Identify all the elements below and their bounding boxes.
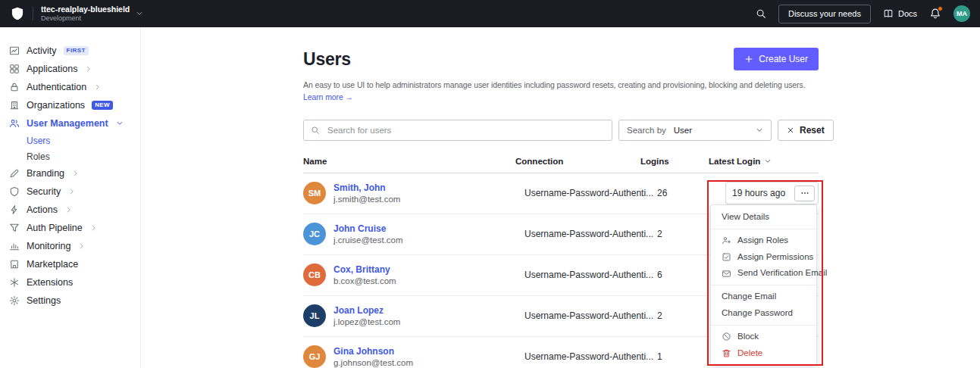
- column-header-latest-login[interactable]: Latest Login: [709, 157, 819, 166]
- sidebar-item-actions[interactable]: Actions: [0, 201, 140, 219]
- page-header: Users Create User: [303, 48, 819, 70]
- menu-item-view-details[interactable]: View Details: [711, 209, 816, 226]
- user-name-link[interactable]: Cox, Brittany: [333, 264, 396, 275]
- sidebar-item-organizations[interactable]: Organizations NEW: [0, 96, 140, 114]
- sidebar-item-activity[interactable]: Activity FIRST: [0, 42, 140, 60]
- menu-item-send-verification-email[interactable]: Send Verification Email: [711, 265, 816, 282]
- chevron-down-icon: [116, 120, 124, 127]
- menu-item-change-password[interactable]: Change Password: [711, 305, 816, 322]
- user-email: b.cox@test.com: [333, 276, 396, 285]
- shield-icon: [9, 186, 20, 197]
- row-context-menu: View Details Assign Roles Assign Permiss…: [710, 204, 817, 366]
- notifications-button[interactable]: [929, 8, 941, 20]
- menu-divider: [711, 229, 816, 229]
- menu-item-assign-roles[interactable]: Assign Roles: [711, 232, 816, 249]
- docs-link[interactable]: Docs: [883, 8, 917, 19]
- sidebar-item-marketplace[interactable]: Marketplace: [0, 255, 140, 273]
- avatar: CB: [303, 264, 326, 286]
- user-management-icon: [9, 118, 20, 129]
- chevron-right-icon: [94, 83, 102, 91]
- authentication-icon: [9, 82, 20, 92]
- menu-item-delete[interactable]: Delete: [711, 345, 816, 362]
- connection-value: Username-Password-Authenti...: [524, 188, 657, 198]
- search-icon[interactable]: [756, 8, 766, 19]
- connection-value: Username-Password-Authenti...: [524, 229, 657, 239]
- column-header-name: Name: [303, 157, 515, 166]
- user-search-box[interactable]: [303, 120, 612, 141]
- block-icon: [722, 332, 731, 341]
- search-input[interactable]: [326, 125, 605, 136]
- sidebar-item-auth-pipeline[interactable]: Auth Pipeline: [0, 219, 140, 237]
- marketplace-icon: [9, 259, 20, 270]
- user-name-link[interactable]: Joan Lopez: [333, 305, 400, 316]
- latest-login-cell: 19 hours ago: [725, 182, 819, 204]
- sidebar-item-user-management[interactable]: User Management: [0, 114, 140, 133]
- chevron-down-icon: [756, 126, 763, 134]
- chevron-right-icon: [90, 224, 98, 232]
- new-badge: NEW: [92, 101, 113, 110]
- user-email: j.cruise@test.com: [333, 235, 403, 245]
- sidebar-item-extensions[interactable]: Extensions: [0, 273, 140, 292]
- actions-icon: [9, 204, 20, 215]
- docs-icon: [883, 8, 894, 19]
- first-badge: FIRST: [64, 46, 89, 55]
- user-name-link[interactable]: Gina Johnson: [333, 346, 413, 357]
- menu-divider: [711, 285, 816, 285]
- auth0-logo-icon: [10, 6, 25, 21]
- user-avatar[interactable]: MA: [953, 5, 970, 22]
- tenant-switcher[interactable]: ttec-realplay-blueshield Development: [41, 5, 143, 23]
- connection-value: Username-Password-Authenti...: [524, 270, 657, 280]
- tenant-environment: Development: [41, 14, 130, 23]
- assign-permissions-icon: [722, 252, 731, 262]
- x-icon: [787, 126, 794, 134]
- user-name-link[interactable]: John Cruise: [333, 223, 403, 234]
- docs-label: Docs: [898, 9, 917, 18]
- tenant-text: ttec-realplay-blueshield Development: [41, 5, 130, 23]
- chevron-right-icon: [65, 206, 73, 214]
- discuss-your-needs-button[interactable]: Discuss your needs: [778, 5, 871, 23]
- sidebar-item-roles[interactable]: Roles: [0, 148, 140, 164]
- sidebar-item-users[interactable]: Users: [0, 133, 140, 148]
- sidebar-item-applications[interactable]: Applications: [0, 60, 140, 78]
- sidebar-item-monitoring[interactable]: Monitoring: [0, 237, 140, 255]
- create-user-button[interactable]: Create User: [734, 48, 819, 70]
- assign-roles-icon: [722, 235, 731, 245]
- column-header-connection: Connection: [515, 157, 640, 166]
- chevron-right-icon: [68, 188, 76, 195]
- user-email: g.johnson@test.com: [333, 358, 413, 367]
- email-icon: [722, 269, 731, 279]
- applications-icon: [9, 64, 20, 74]
- learn-more-link[interactable]: Learn more →: [303, 92, 353, 101]
- sort-chevron-icon: [764, 157, 772, 165]
- gear-icon: [9, 295, 20, 306]
- menu-item-assign-permissions[interactable]: Assign Permissions: [711, 249, 816, 266]
- trash-icon: [722, 348, 731, 358]
- chevron-right-icon: [72, 170, 80, 177]
- menu-divider: [711, 325, 816, 326]
- menu-item-block[interactable]: Block: [711, 329, 816, 345]
- chevron-right-icon: [85, 65, 92, 73]
- organizations-icon: [9, 100, 20, 111]
- activity-icon: [9, 45, 20, 56]
- connection-value: Username-Password-Authenti...: [524, 310, 657, 321]
- chevron-down-icon: [136, 10, 143, 17]
- sidebar-item-authentication[interactable]: Authentication: [0, 78, 140, 96]
- avatar: GJ: [303, 345, 326, 368]
- menu-item-change-email[interactable]: Change Email: [711, 288, 816, 305]
- topbar-divider: [33, 7, 33, 20]
- user-name-link[interactable]: Smith, John: [333, 182, 400, 193]
- reset-button[interactable]: Reset: [778, 120, 834, 141]
- extensions-icon: [9, 277, 20, 288]
- sidebar-item-settings[interactable]: Settings: [0, 292, 140, 310]
- sidebar-item-security[interactable]: Security: [0, 182, 140, 201]
- chevron-right-icon: [78, 242, 86, 250]
- search-by-value: User: [671, 126, 751, 135]
- sidebar-item-branding[interactable]: Branding: [0, 164, 140, 182]
- row-menu-button[interactable]: [794, 186, 815, 201]
- table-header: Name Connection Logins Latest Login: [303, 151, 819, 173]
- avatar: JL: [303, 304, 326, 327]
- plus-icon: [744, 55, 753, 64]
- topbar: ttec-realplay-blueshield Development Dis…: [0, 0, 980, 27]
- search-icon: [311, 126, 320, 135]
- search-by-dropdown[interactable]: Search by User: [618, 120, 772, 141]
